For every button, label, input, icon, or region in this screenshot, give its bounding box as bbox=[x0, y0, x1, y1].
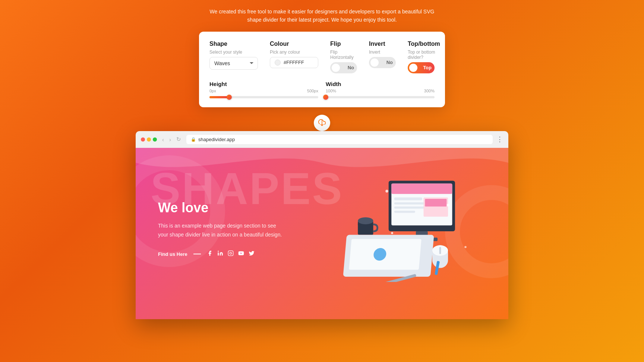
invert-control-group: Invert Invert No bbox=[369, 41, 396, 68]
width-max: 300% bbox=[424, 89, 435, 93]
svg-rect-11 bbox=[394, 211, 415, 213]
topbottom-toggle-circle bbox=[409, 64, 417, 72]
left-content: We love This is an example web page desi… bbox=[158, 170, 311, 258]
social-icons-group bbox=[207, 250, 255, 258]
flip-toggle-label: No bbox=[348, 65, 354, 70]
lock-icon: 🔒 bbox=[191, 137, 196, 142]
control-panel: Shape Select your style Waves Tilt Arrow… bbox=[199, 32, 445, 107]
height-max: 500px bbox=[307, 89, 318, 93]
height-slider-thumb[interactable] bbox=[227, 95, 232, 100]
svg-point-31 bbox=[464, 246, 467, 248]
forward-button[interactable]: › bbox=[168, 135, 173, 143]
browser-menu-icon[interactable]: ⋮ bbox=[496, 135, 503, 143]
top-banner-text: We created this free tool to make it eas… bbox=[210, 9, 435, 23]
svg-rect-26 bbox=[439, 247, 441, 254]
colour-dot bbox=[275, 60, 281, 66]
shape-control-group: Shape Select your style Waves Tilt Arrow… bbox=[209, 41, 258, 70]
social-row: Find us Here bbox=[158, 250, 311, 258]
svg-point-1 bbox=[218, 251, 219, 252]
isometric-computer bbox=[339, 170, 480, 282]
browser-content: SHAPES We love This is an example web pa… bbox=[136, 148, 508, 319]
invert-toggle-label: No bbox=[386, 60, 393, 65]
colour-control-group: Colour Pick any colour #FFFFFF bbox=[270, 41, 318, 68]
top-banner: We created this free tool to make it eas… bbox=[0, 0, 644, 32]
back-button[interactable]: ‹ bbox=[161, 135, 165, 143]
find-us-label: Find us Here bbox=[158, 251, 187, 257]
browser-mock: ‹ › ↻ 🔒 shapedivider.app ⋮ SHAPES We lov… bbox=[136, 131, 508, 319]
topbottom-label: Top/bottom bbox=[408, 41, 440, 47]
topbottom-toggle-label: Top bbox=[423, 65, 432, 70]
browser-window-controls bbox=[141, 137, 157, 142]
refresh-button[interactable]: ↻ bbox=[175, 135, 183, 143]
instagram-icon[interactable] bbox=[228, 250, 234, 258]
svg-point-29 bbox=[391, 232, 393, 234]
height-min: 0px bbox=[209, 89, 216, 93]
colour-label: Colour bbox=[270, 41, 318, 47]
height-slider-track bbox=[209, 96, 318, 98]
facebook-icon[interactable] bbox=[207, 250, 213, 258]
svg-rect-13 bbox=[425, 199, 446, 207]
url-text: shapedivider.app bbox=[198, 137, 235, 142]
topbottom-toggle[interactable]: Top bbox=[408, 62, 435, 73]
width-slider-group: Width 100% 300% bbox=[326, 81, 435, 98]
description-text: This is an example web page design secti… bbox=[158, 222, 285, 239]
width-slider-thumb[interactable] bbox=[323, 95, 328, 100]
twitter-icon[interactable] bbox=[249, 250, 255, 258]
width-label: Width bbox=[326, 81, 435, 87]
flip-toggle[interactable]: No bbox=[330, 62, 357, 73]
height-label: Height bbox=[209, 81, 318, 87]
svg-point-30 bbox=[446, 204, 449, 207]
colour-swatch[interactable]: #FFFFFF bbox=[270, 57, 318, 68]
dot-green bbox=[153, 137, 157, 142]
height-slider-group: Height 0px 500px bbox=[209, 81, 318, 98]
width-slider-track bbox=[326, 96, 435, 98]
invert-sublabel: Invert bbox=[369, 50, 396, 55]
colour-hex: #FFFFFF bbox=[284, 60, 304, 65]
width-min: 100% bbox=[326, 89, 336, 93]
address-bar[interactable]: 🔒 shapedivider.app bbox=[186, 135, 493, 144]
invert-label: Invert bbox=[369, 41, 396, 47]
flip-sublabel: Flip Horizontally bbox=[330, 50, 357, 60]
invert-toggle-circle bbox=[370, 58, 379, 67]
colour-sublabel: Pick any colour bbox=[270, 50, 318, 55]
shape-label: Shape bbox=[209, 41, 258, 47]
social-divider-dash bbox=[193, 254, 201, 254]
shape-sublabel: Select your style bbox=[209, 50, 258, 55]
dot-yellow bbox=[147, 137, 151, 142]
right-illustration bbox=[333, 170, 486, 282]
dot-red bbox=[141, 137, 145, 142]
shape-select[interactable]: Waves Tilt Arrow Split bbox=[209, 57, 258, 70]
browser-chrome-bar: ‹ › ↻ 🔒 shapedivider.app ⋮ bbox=[136, 131, 508, 148]
invert-toggle[interactable]: No bbox=[369, 57, 396, 68]
svg-point-18 bbox=[358, 217, 373, 224]
flip-label: Flip bbox=[330, 41, 357, 47]
flip-control-group: Flip Flip Horizontally No bbox=[330, 41, 357, 73]
topbottom-sublabel: Top or bottom divider? bbox=[408, 50, 440, 60]
youtube-icon[interactable] bbox=[238, 250, 244, 258]
flip-toggle-circle bbox=[332, 64, 340, 72]
svg-rect-7 bbox=[391, 183, 452, 194]
download-button[interactable] bbox=[314, 115, 330, 131]
linkedin-icon[interactable] bbox=[217, 250, 223, 258]
browser-nav-group: ‹ › ↻ bbox=[161, 135, 183, 143]
svg-rect-8 bbox=[394, 197, 422, 200]
we-love-heading: We love bbox=[158, 200, 311, 216]
svg-rect-2 bbox=[228, 251, 233, 256]
svg-point-28 bbox=[385, 190, 388, 193]
topbottom-control-group: Top/bottom Top or bottom divider? Top bbox=[408, 41, 440, 73]
